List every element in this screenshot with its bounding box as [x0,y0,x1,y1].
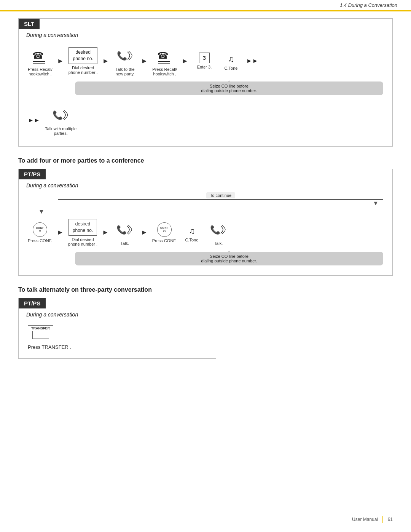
talk-handset-icon-ptps-2: 📞 [209,220,228,240]
ptps-step-1: CONF Press CONF. [28,222,52,243]
ptps-ctone: ♫ C.Tone [180,223,203,242]
phone-on-hook-icon: ☎ [30,46,50,66]
slt-step-4: ☎ Press Recall/hookswitch . [152,46,177,76]
slt-step-5: 3 Enter 3. [193,53,216,69]
svg-text:📞: 📞 [117,51,127,61]
footer-right: 61 [388,517,393,522]
double-arrow-2: ►► [28,117,40,124]
slt-step-3: 📞 Talk to thenew party. [114,46,137,76]
phone-on-hook-icon-2: ☎ [155,46,175,66]
to-continue-row: To continue [19,192,392,200]
ptps-callout-wrapper: Seize CO line beforedialing outside phon… [19,252,392,268]
ctone-note-icon: ♫ [228,54,234,64]
double-arrow-1: ►► [246,58,258,64]
ptps-alt-label-row: Press TRANSFER . [19,343,216,351]
slt-ctone-label: C.Tone [225,66,238,70]
svg-text:📞: 📞 [210,225,221,235]
svg-text:☎: ☎ [32,51,44,61]
ptps-arrow-3: ► [141,228,148,236]
main-content: SLT During a conversation ☎ Press Recall… [0,18,411,359]
ctone-note-icon-2: ♫ [189,226,195,236]
alternate-heading: To talk alternately on three-party conve… [18,286,393,293]
arrow-3: ► [141,57,148,65]
slt-step-2-label: Dial desiredphone number . [68,66,98,75]
top-header: 1.4 During a Conversation [0,0,411,11]
footer-divider [382,516,383,523]
to-continue-label: To continue [206,192,235,198]
transfer-btn-icon: TRANSFER [28,325,53,331]
ptps-step-5: 📞 Talk. [207,220,230,246]
page-footer: User Manual 61 [352,516,393,523]
header-title: 1.4 During a Conversation [340,2,397,8]
ptps-conf-label: PT/PS [19,169,46,179]
multi-talk-icon: 📞 [51,105,71,125]
conf-btn-2: CONF [157,222,172,237]
slt-step-1-label: Press Recall/hookswitch . [28,67,53,76]
ptps-step-3: 📞 Talk. [113,220,136,246]
desired-phone-box-ptps: desiredphone no. [68,219,97,236]
ptps-step-3-label: Talk. [121,241,129,246]
ptps-alt-section-box: PT/PS During a conversation TRANSFER Pre… [18,298,216,359]
arrow-1: ► [57,57,64,65]
svg-text:☎: ☎ [157,51,169,61]
ptps-step-2-label: Dial desiredphone number . [68,237,97,246]
conference-heading: To add four or more parties to a confere… [18,157,393,164]
slt-label: SLT [19,19,40,29]
slt-callout: Seize CO line beforedialing outside phon… [75,81,383,95]
ptps-step-4-label: Press CONF. [152,238,177,243]
talk-handset-icon-1: 📞 [115,46,135,66]
talk-handset-icon-ptps: 📞 [115,220,135,240]
slt-bottom-row: ►► 📞 Talk with multiple parties. [19,101,392,139]
ptps-step-1-label: Press CONF. [28,238,52,243]
slt-step-3-label: Talk to thenew party. [115,67,134,76]
ptps-step-2: desiredphone no. Dial desiredphone numbe… [68,219,97,246]
svg-text:📞: 📞 [116,225,127,235]
conf-btn-1: CONF [33,222,47,237]
svg-text:📞: 📞 [53,110,63,120]
number-3-box: 3 [199,53,210,63]
ptps-ctone-label: C.Tone [185,238,198,242]
slt-multi-party-label: Talk with multiple parties. [44,126,78,136]
ptps-callout: Seize CO line beforedialing outside phon… [75,252,383,265]
arrow-2: ► [102,57,109,65]
slt-multi-party: 📞 Talk with multiple parties. [44,105,78,136]
slt-during-label: During a conversation [26,32,392,38]
ptps-alt-during-label: During a conversation [26,312,216,318]
ptps-diagram-row: CONF Press CONF. ► desiredphone no. Dial… [19,215,392,250]
desired-phone-box-slt: desiredphone no. [68,47,97,64]
ptps-step-5-label: Talk. [214,241,223,246]
slt-step-1: ☎ Press Recall/hookswitch . [28,46,53,76]
ptps-arrow-2: ► [102,228,109,236]
ptps-conf-section-box: PT/PS During a conversation To continue … [18,169,393,276]
footer-left: User Manual [352,517,378,522]
slt-section-box: SLT During a conversation ☎ Press Recall… [18,18,393,147]
cont-arrow-down: ▼ [19,200,392,208]
ptps-step-4: CONF Press CONF. [152,222,177,243]
ptps-arrow-1: ► [57,228,64,236]
slt-callout-wrapper: Seize CO line beforedialing outside phon… [19,81,392,98]
slt-step-2: desiredphone no. Dial desiredphone numbe… [68,47,98,75]
ptps-conf-during-label: During a conversation [26,182,392,189]
slt-step-5-label: Enter 3. [197,65,212,69]
transfer-step: TRANSFER [28,325,53,339]
arrow-4: ► [182,57,188,65]
slt-diagram-row: ☎ Press Recall/hookswitch . ► desiredpho… [19,42,392,80]
slt-step-6: ♫ C.Tone [220,51,242,70]
ptps-alt-diagram-row: TRANSFER [19,321,216,343]
slt-step-4-label: Press Recall/hookswitch . [152,67,177,76]
ptps-alt-step-label: Press TRANSFER . [28,344,71,350]
ptps-alt-label: PT/PS [19,298,46,308]
conf-down-arrow-row: ▼ [19,208,392,215]
